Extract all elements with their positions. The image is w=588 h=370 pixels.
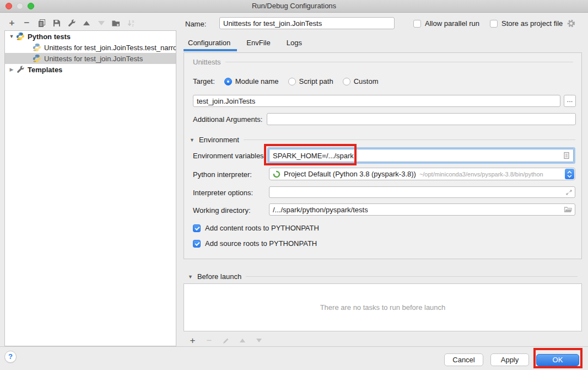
svg-text:z: z: [132, 23, 133, 27]
group-divider: [244, 140, 575, 140]
minus-icon: −: [24, 19, 30, 28]
plus-icon: +: [190, 336, 196, 345]
before-launch-label: Before launch: [197, 272, 241, 281]
tree-item-label: Unittests for test_join.JoinTests.test_n…: [44, 44, 176, 52]
tree-item-python-tests[interactable]: ▼ Python tests: [5, 31, 176, 42]
save-icon: [52, 19, 61, 28]
expand-field-icon[interactable]: [565, 189, 573, 196]
target-label: Target:: [193, 77, 215, 85]
expand-arrow-icon[interactable]: ▼: [7, 34, 16, 39]
move-up-button[interactable]: [82, 18, 91, 28]
svg-text:a: a: [132, 19, 134, 23]
store-as-project-file-checkbox[interactable]: Store as project file: [490, 19, 563, 28]
target-input[interactable]: [193, 95, 560, 107]
checkbox-unchecked-icon[interactable]: [413, 20, 421, 28]
tab-logs[interactable]: Logs: [287, 39, 302, 47]
arrow-down-icon: [256, 339, 262, 342]
move-down-button[interactable]: [96, 18, 106, 28]
before-launch-toolbar: + −: [188, 336, 263, 345]
python-tests-icon: [16, 32, 25, 41]
configurations-toolbar: + − az: [7, 18, 136, 28]
store-options-gear-button[interactable]: [567, 19, 576, 28]
python-test-icon: [33, 54, 41, 63]
unittests-group-header: Unittests: [193, 58, 573, 66]
move-task-down-button[interactable]: [254, 336, 263, 345]
radio-script-path-label: Script path: [299, 77, 333, 85]
tree-item-label: Templates: [28, 66, 62, 74]
tree-item-label: Unittests for test_join.JoinTests: [44, 55, 143, 63]
add-source-roots-checkbox[interactable]: Add source roots to PYTHONPATH: [193, 239, 317, 248]
templates-wrench-icon: [16, 65, 25, 74]
before-launch-empty-text: There are no tasks to run before launch: [320, 303, 446, 312]
environment-group-header[interactable]: ▼ Environment: [190, 136, 575, 144]
add-content-roots-checkbox[interactable]: Add content roots to PYTHONPATH: [193, 224, 319, 232]
arrow-up-icon: [83, 21, 90, 25]
checkbox-checked-icon[interactable]: [193, 224, 201, 232]
sort-az-icon: az: [127, 19, 136, 28]
configuration-panel: Unittests Target: Module name Script pat…: [184, 52, 582, 259]
radio-unselected-icon[interactable]: [288, 78, 296, 85]
radio-script-path[interactable]: Script path: [288, 77, 333, 85]
environment-group-label: Environment: [199, 136, 239, 144]
radio-module-name[interactable]: Module name: [224, 77, 279, 85]
checkbox-checked-icon[interactable]: [193, 240, 201, 248]
copy-configuration-button[interactable]: [37, 18, 46, 28]
remove-task-button[interactable]: −: [204, 336, 214, 345]
save-configuration-button[interactable]: [52, 18, 61, 28]
tree-item-label: Python tests: [28, 33, 71, 41]
tab-envfile[interactable]: EnvFile: [246, 39, 270, 47]
collapse-triangle-icon[interactable]: ▼: [188, 274, 193, 280]
plus-icon: +: [9, 19, 15, 28]
conda-environment-icon: [273, 170, 280, 178]
radio-custom[interactable]: Custom: [343, 77, 379, 85]
tab-bar: Configuration EnvFile Logs: [188, 39, 302, 47]
radio-module-name-label: Module name: [235, 77, 279, 85]
remove-configuration-button[interactable]: −: [22, 18, 31, 28]
sort-configurations-button[interactable]: az: [126, 18, 136, 28]
unittests-group-label: Unittests: [193, 58, 221, 66]
dropdown-stepper-icon[interactable]: [565, 169, 574, 179]
store-as-project-file-label: Store as project file: [501, 19, 563, 28]
arrow-up-icon: [240, 339, 245, 342]
name-input[interactable]: [219, 17, 395, 29]
tree-item-jointests-selected[interactable]: Unittests for test_join.JoinTests: [5, 53, 176, 64]
folder-plus-icon: [111, 19, 121, 28]
tree-item-test-narrow[interactable]: Unittests for test_join.JoinTests.test_n…: [5, 42, 176, 53]
radio-unselected-icon[interactable]: [343, 78, 350, 85]
checkbox-unchecked-icon[interactable]: [490, 20, 498, 28]
arrow-down-icon: [98, 21, 105, 25]
configurations-tree: ▼ Python tests Unittests for test_join.J…: [4, 30, 176, 346]
add-task-button[interactable]: +: [188, 336, 197, 345]
interpreter-options-input[interactable]: [269, 186, 575, 198]
new-folder-button[interactable]: [111, 18, 121, 28]
title-bar: Run/Debug Configurations: [0, 0, 588, 13]
help-button[interactable]: ?: [4, 351, 17, 363]
edit-task-button[interactable]: [221, 336, 230, 345]
radio-selected-icon[interactable]: [224, 78, 232, 85]
tree-item-templates[interactable]: ▶ Templates: [5, 64, 176, 75]
collapse-arrow-icon[interactable]: ▶: [7, 67, 16, 72]
cancel-button[interactable]: Cancel: [444, 353, 483, 366]
move-task-up-button[interactable]: [238, 336, 247, 345]
additional-arguments-input[interactable]: [267, 113, 576, 125]
allow-parallel-run-checkbox[interactable]: Allow parallel run: [413, 19, 479, 28]
apply-button[interactable]: Apply: [490, 353, 529, 366]
minus-icon: −: [207, 336, 212, 345]
browse-target-button[interactable]: ...: [564, 95, 576, 107]
annotation-highlight-env-vars: [264, 144, 357, 165]
allow-parallel-run-label: Allow parallel run: [425, 19, 479, 28]
python-interpreter-label: Python interpreter:: [193, 170, 252, 179]
group-divider: [225, 62, 573, 62]
working-directory-input[interactable]: [269, 203, 575, 216]
radio-custom-label: Custom: [354, 77, 379, 85]
edit-templates-button[interactable]: [67, 18, 76, 28]
tab-configuration[interactable]: Configuration: [188, 39, 230, 47]
before-launch-task-list[interactable]: There are no tasks to run before launch: [184, 283, 582, 331]
python-interpreter-select[interactable]: Project Default (Python 3.8 (pyspark-3.8…: [269, 168, 575, 180]
browse-folder-icon[interactable]: [564, 206, 573, 213]
before-launch-header[interactable]: ▼ Before launch: [188, 272, 578, 281]
env-vars-editor-icon[interactable]: [563, 152, 570, 159]
additional-arguments-label: Additional Arguments:: [193, 115, 262, 124]
collapse-triangle-icon[interactable]: ▼: [190, 137, 195, 143]
add-configuration-button[interactable]: +: [7, 18, 17, 28]
